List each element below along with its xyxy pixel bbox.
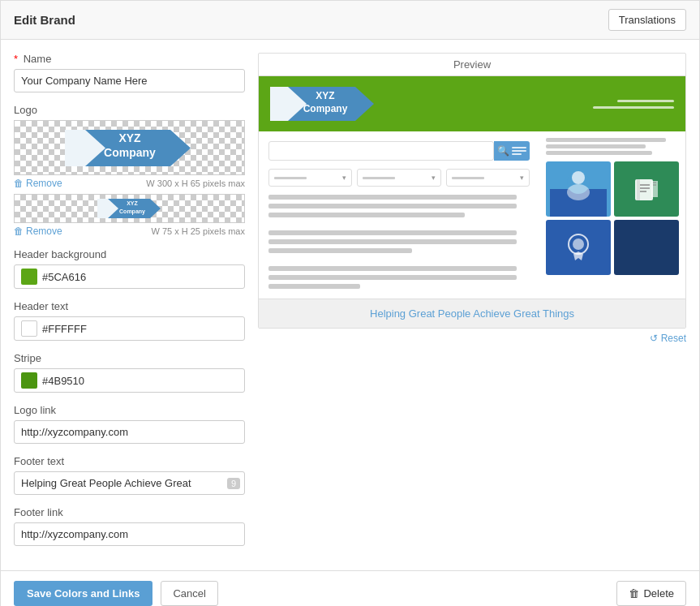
top-line-3	[546, 151, 652, 155]
preview-header-line-1	[617, 100, 674, 102]
logo-link-field-group: Logo link	[14, 404, 245, 444]
preview-xyz-logo: XYZ Company	[270, 84, 376, 123]
xyz-logo-small-svg: XYZ Company	[97, 197, 162, 220]
preview-content-lines	[268, 195, 530, 289]
header-text-color-row	[14, 316, 245, 341]
header-text-input[interactable]	[42, 323, 238, 335]
name-label: * Name	[14, 53, 245, 65]
preview-footer: Helping Great People Achieve Great Thing…	[259, 299, 685, 328]
svg-text:Company: Company	[303, 103, 348, 114]
left-panel: * Name Logo XYZ Company	[14, 53, 245, 557]
logo-large-remove-row: 🗑 Remove W 300 x H 65 pixels max	[14, 178, 245, 189]
preview-right-tiles	[539, 131, 685, 299]
content-line-5	[268, 239, 517, 244]
content-line-1	[268, 195, 517, 200]
cancel-button[interactable]: Cancel	[161, 581, 217, 606]
preview-header-lines	[593, 100, 674, 109]
header-bg-label: Header background	[14, 248, 245, 260]
page-header: Edit Brand Translations	[1, 1, 699, 40]
remove-logo-small-link[interactable]: 🗑 Remove	[14, 226, 62, 237]
preview-footer-text: Helping Great People Achieve Great Thing…	[370, 307, 574, 320]
save-button[interactable]: Save Colors and Links	[14, 581, 152, 606]
logo-link-input[interactable]	[14, 420, 245, 444]
logo-small-hint: W 75 x H 25 pixels max	[151, 226, 245, 236]
header-bg-color-row	[14, 264, 245, 289]
svg-text:Company: Company	[104, 146, 156, 159]
tiles-grid	[546, 161, 679, 275]
reset-icon: ↺	[650, 333, 658, 344]
preview-top-lines	[546, 138, 679, 155]
tile-1	[546, 161, 611, 217]
translations-button[interactable]: Translations	[608, 9, 686, 31]
stripe-swatch[interactable]	[21, 372, 37, 389]
logo-link-label: Logo link	[14, 404, 245, 416]
remove-logo-large-link[interactable]: 🗑 Remove	[14, 178, 62, 189]
content-line-8	[268, 275, 517, 280]
preview-dropdowns: ▾ ▾ ▾	[268, 169, 530, 187]
name-label-text: Name	[24, 53, 52, 65]
footer-text-input[interactable]	[14, 471, 245, 495]
footer-text-field-group: Footer text 9	[14, 455, 245, 495]
name-input[interactable]	[14, 69, 245, 92]
svg-text:XYZ: XYZ	[316, 90, 334, 101]
tile-3	[546, 220, 611, 275]
svg-point-15	[567, 184, 590, 200]
preview-header-line-2	[593, 106, 674, 109]
logo-small-area: XYZ Company	[14, 194, 245, 223]
required-star: *	[14, 53, 18, 65]
trash-icon: 🗑	[629, 587, 639, 600]
footer-link-label: Footer link	[14, 506, 245, 518]
preview-dropdown-3: ▾	[446, 169, 530, 187]
preview-header: XYZ Company	[259, 76, 685, 131]
logo-field-group: Logo XYZ Company 🗑 Remove W 300 x	[14, 104, 245, 237]
preview-search-bar	[268, 141, 494, 161]
footer-link-field-group: Footer link	[14, 506, 245, 546]
svg-point-14	[572, 171, 585, 184]
reset-row: ↺ Reset	[258, 329, 686, 348]
footer-link-input[interactable]	[14, 522, 245, 546]
content-line-6	[268, 248, 412, 253]
logo-small-remove-row: 🗑 Remove W 75 x H 25 pixels max	[14, 226, 245, 237]
search-icon: 🔍	[497, 145, 509, 157]
tile-2	[614, 161, 679, 217]
stripe-color-row	[14, 368, 245, 393]
header-bg-swatch[interactable]	[21, 269, 37, 285]
svg-text:XYZ: XYZ	[118, 131, 141, 144]
preview-body: 🔍 ▾	[259, 131, 685, 299]
preview-label: Preview	[259, 54, 685, 76]
tile-4	[614, 220, 679, 275]
content-line-7	[268, 266, 517, 271]
delete-button[interactable]: 🗑 Delete	[616, 581, 686, 606]
xyz-logo-large-svg: XYZ Company	[65, 126, 195, 170]
preview-search-row: 🔍	[268, 141, 530, 161]
bottom-buttons: Save Colors and Links Cancel 🗑 Delete	[1, 570, 699, 606]
header-bg-input[interactable]	[42, 271, 238, 283]
content-line-9	[268, 284, 360, 289]
footer-text-wrapper: 9	[14, 471, 245, 495]
remove-icon: 🗑	[14, 178, 24, 189]
logo-large-hint: W 300 x H 65 pixels max	[146, 178, 245, 188]
main-content: * Name Logo XYZ Company	[1, 40, 699, 570]
svg-text:Company: Company	[119, 208, 145, 215]
preview-dropdown-2: ▾	[357, 169, 440, 187]
page-title: Edit Brand	[14, 13, 75, 27]
header-text-swatch[interactable]	[21, 320, 37, 337]
stripe-field-group: Stripe	[14, 352, 245, 393]
stripe-label: Stripe	[14, 352, 245, 364]
logo-label: Logo	[14, 104, 245, 116]
reset-link[interactable]: ↺ Reset	[650, 333, 686, 344]
footer-text-label: Footer text	[14, 455, 245, 467]
logo-large-area: XYZ Company	[14, 120, 245, 175]
header-bg-field-group: Header background	[14, 248, 245, 289]
preview-dropdown-1: ▾	[268, 169, 352, 187]
svg-rect-17	[637, 179, 640, 200]
content-line-4	[268, 230, 517, 235]
name-field-group: * Name	[14, 53, 245, 92]
svg-point-22	[573, 239, 584, 250]
char-count-badge: 9	[227, 478, 240, 489]
preview-search-btn: 🔍	[494, 141, 530, 161]
remove-icon-small: 🗑	[14, 226, 24, 237]
header-text-field-group: Header text	[14, 300, 245, 341]
right-panel: Preview XYZ Company	[258, 53, 686, 557]
stripe-input[interactable]	[42, 375, 238, 387]
